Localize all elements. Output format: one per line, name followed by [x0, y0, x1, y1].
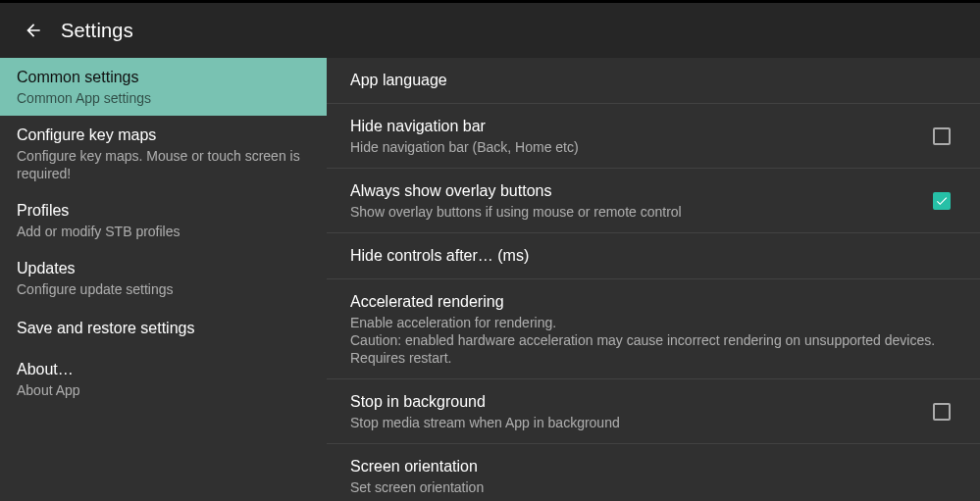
app-bar: Settings — [0, 3, 980, 58]
checkbox-checked-icon[interactable] — [933, 192, 951, 210]
pref-row-6[interactable]: Screen orientationSet screen orientation — [327, 444, 980, 501]
sidebar-item-1[interactable]: Configure key mapsConfigure key maps. Mo… — [0, 116, 327, 191]
sidebar-item-subtitle: Configure key maps. Mouse or touch scree… — [17, 147, 310, 182]
page-title: Settings — [61, 20, 133, 42]
sidebar: Common settingsCommon App settingsConfig… — [0, 58, 327, 501]
pref-title: Hide navigation bar — [350, 116, 917, 137]
sidebar-item-subtitle: About App — [17, 381, 310, 399]
sidebar-item-subtitle: Configure update settings — [17, 280, 310, 298]
pref-row-2[interactable]: Always show overlay buttonsShow overlay … — [327, 169, 980, 233]
pref-row-4[interactable]: Accelerated renderingEnable acceleration… — [327, 279, 980, 379]
sidebar-item-5[interactable]: About…About App — [0, 350, 327, 408]
sidebar-item-title: Updates — [17, 258, 310, 279]
pref-row-0[interactable]: App language — [327, 58, 980, 104]
sidebar-item-title: About… — [17, 359, 310, 380]
sidebar-item-title: Profiles — [17, 200, 310, 222]
sidebar-item-2[interactable]: ProfilesAdd or modify STB profiles — [0, 191, 327, 249]
back-icon[interactable] — [22, 19, 45, 42]
pref-title: Accelerated rendering — [350, 291, 956, 313]
pref-subtitle: Enable acceleration for rendering. Cauti… — [350, 314, 956, 367]
pref-title: Hide controls after… (ms) — [350, 245, 956, 267]
sidebar-item-title: Save and restore settings — [17, 318, 310, 339]
pref-row-5[interactable]: Stop in backgroundStop media stream when… — [327, 379, 980, 444]
pref-title: App language — [350, 70, 956, 91]
sidebar-item-4[interactable]: Save and restore settings — [0, 307, 327, 350]
pref-title: Screen orientation — [350, 456, 956, 477]
sidebar-item-3[interactable]: UpdatesConfigure update settings — [0, 249, 327, 307]
checkbox-unchecked-icon[interactable] — [933, 403, 951, 421]
pref-subtitle: Hide navigation bar (Back, Home etc) — [350, 138, 917, 156]
pref-title: Stop in background — [350, 391, 917, 413]
sidebar-item-title: Common settings — [17, 67, 310, 88]
pref-row-1[interactable]: Hide navigation barHide navigation bar (… — [327, 104, 980, 169]
sidebar-item-subtitle: Add or modify STB profiles — [17, 223, 310, 240]
checkbox-unchecked-icon[interactable] — [933, 127, 951, 145]
main-panel: App languageHide navigation barHide navi… — [327, 58, 980, 501]
pref-subtitle: Show overlay buttons if using mouse or r… — [350, 203, 917, 221]
pref-subtitle: Set screen orientation — [350, 478, 956, 496]
pref-subtitle: Stop media stream when App in background — [350, 414, 917, 431]
pref-title: Always show overlay buttons — [350, 180, 917, 202]
pref-row-3[interactable]: Hide controls after… (ms) — [327, 233, 980, 279]
sidebar-item-0[interactable]: Common settingsCommon App settings — [0, 58, 327, 116]
sidebar-item-title: Configure key maps — [17, 125, 310, 146]
sidebar-item-subtitle: Common App settings — [17, 89, 310, 107]
